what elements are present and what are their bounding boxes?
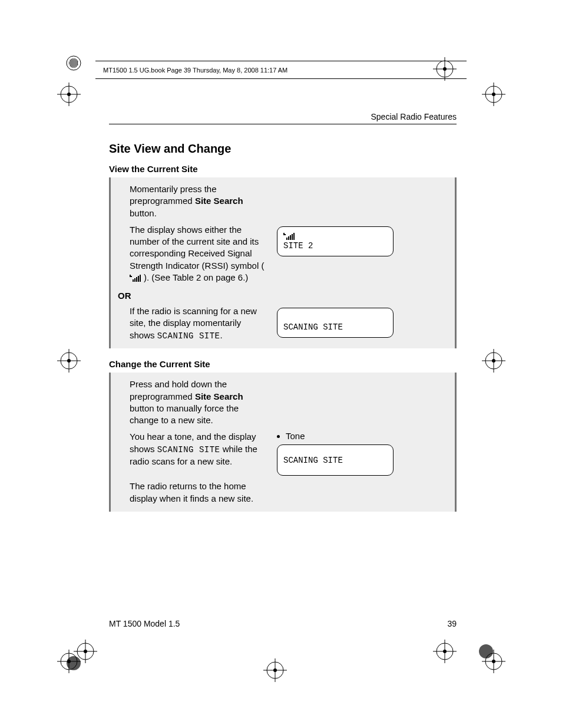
svg-point-55 [67, 660, 71, 663]
lcd-scanning-display: SCANING SITE [277, 444, 394, 476]
svg-rect-11 [290, 235, 291, 240]
svg-point-46 [443, 650, 447, 653]
svg-rect-8 [285, 234, 286, 235]
svg-rect-13 [293, 233, 295, 240]
svg-point-43 [437, 643, 453, 660]
svg-point-47 [479, 644, 493, 658]
lcd-text: SITE 2 [283, 240, 388, 252]
change-block: Press and hold down the preprogrammed Si… [109, 373, 457, 512]
svg-point-15 [69, 58, 78, 68]
svg-rect-12 [292, 234, 293, 240]
registration-mark [56, 648, 85, 678]
change-step1: Press and hold down the preprogrammed Si… [111, 376, 271, 429]
or-label: OR [111, 291, 455, 301]
section-title: Site View and Change [109, 142, 457, 156]
registration-mark [65, 631, 100, 684]
svg-rect-6 [140, 275, 141, 282]
lcd-scanning-display: SCANING SITE [277, 308, 394, 338]
svg-point-59 [492, 660, 495, 663]
svg-rect-3 [134, 278, 135, 282]
bullet-icon [277, 435, 280, 438]
change-step3: The radio returns to the home display wh… [111, 478, 271, 507]
running-header: Special Radio Features [109, 112, 457, 124]
svg-rect-0 [130, 275, 131, 277]
svg-point-39 [77, 643, 94, 660]
svg-point-14 [67, 56, 81, 70]
svg-point-56 [485, 653, 502, 670]
view-subtitle: View the Current Site [109, 164, 457, 174]
svg-point-30 [61, 353, 77, 369]
registration-mark [430, 631, 501, 684]
svg-rect-7 [283, 233, 285, 235]
change-step2: You hear a tone, and the display shows S… [111, 429, 271, 469]
section-label: Special Radio Features [371, 112, 457, 121]
lcd-site-display: SITE 2 [277, 226, 394, 256]
svg-point-51 [273, 668, 277, 672]
svg-point-37 [492, 359, 495, 363]
page-content: Special Radio Features Site View and Cha… [109, 112, 457, 522]
svg-point-16 [69, 58, 78, 68]
svg-point-48 [267, 662, 283, 678]
page-footer: MT 1500 Model 1.5 39 [109, 619, 457, 628]
view-step3: If the radio is scanning for a new site,… [111, 303, 271, 344]
svg-point-42 [84, 650, 87, 653]
footer-model: MT 1500 Model 1.5 [109, 619, 180, 628]
svg-rect-4 [136, 277, 137, 282]
lcd-text: SCANING SITE [283, 321, 388, 334]
lcd-text: SCANING SITE [283, 454, 388, 467]
svg-rect-2 [133, 279, 134, 282]
registration-mark [56, 348, 85, 377]
registration-mark [56, 81, 85, 111]
registration-mark [481, 81, 510, 111]
svg-rect-5 [138, 276, 139, 282]
registration-mark [65, 54, 94, 84]
svg-point-52 [61, 653, 77, 670]
svg-point-25 [67, 93, 71, 96]
change-subtitle: Change the Current Site [109, 359, 457, 369]
tone-label: Tone [286, 431, 305, 441]
registration-mark [481, 348, 510, 377]
footer-page-no: 39 [447, 619, 457, 628]
rssi-icon [130, 273, 144, 285]
svg-point-33 [67, 359, 71, 363]
svg-rect-10 [288, 236, 289, 240]
registration-mark [481, 648, 510, 678]
svg-point-26 [485, 86, 502, 103]
registration-mark [262, 657, 292, 687]
svg-point-22 [61, 86, 77, 103]
view-block: Momentarily press the preprogrammed Site… [109, 177, 457, 348]
view-step2: The display shows either the number of t… [111, 222, 271, 287]
svg-point-29 [492, 93, 495, 96]
print-meta-text: MT1500 1.5 UG.book Page 39 Thursday, May… [103, 67, 287, 74]
view-step1: Momentarily press the preprogrammed Site… [111, 181, 271, 222]
svg-point-34 [485, 353, 502, 369]
svg-rect-1 [131, 276, 132, 277]
svg-point-38 [67, 656, 81, 670]
